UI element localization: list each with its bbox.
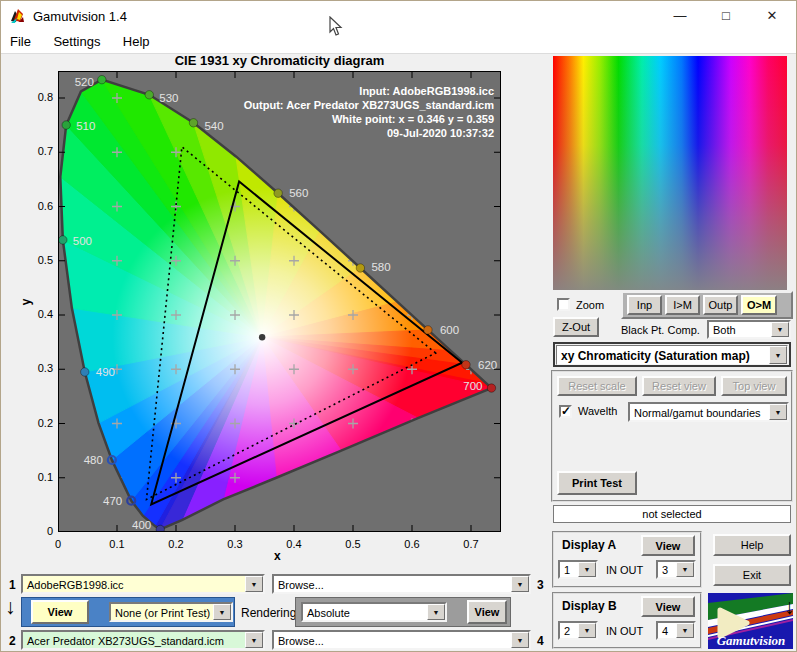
menu-settings[interactable]: Settings [44, 31, 109, 49]
print-test-button[interactable]: Print Test [557, 471, 637, 495]
boundaries-select[interactable]: Normal/gamut boundaries ▼ [628, 402, 789, 422]
wavelength-dot [81, 368, 89, 376]
display-map-select[interactable]: xy Chromaticity (Saturation map) ▼ [556, 345, 788, 365]
help-button[interactable]: Help [713, 534, 791, 556]
chart-annotation: White point: x = 0.346 y = 0.359 [332, 113, 494, 125]
logo-text: Gamutvision [717, 633, 786, 648]
x-axis-label: x [274, 549, 281, 563]
x-tick-label: 0.7 [453, 538, 489, 550]
y-tick-label: 0.4 [19, 308, 53, 320]
chevron-down-icon[interactable]: ▼ [676, 562, 694, 577]
boundaries-value: Normal/gamut boundaries [630, 404, 769, 420]
browse-input-value: Browse... [274, 576, 511, 592]
gamut-map-preview[interactable] [553, 56, 787, 290]
wavelength-dot [356, 264, 364, 272]
wavelength-dot [189, 119, 197, 127]
exit-button[interactable]: Exit [713, 564, 791, 586]
reset-scale-button[interactable]: Reset scale [557, 376, 637, 396]
wavelth-checkbox-label: Wavelth [578, 405, 617, 417]
x-tick-label: 0.6 [394, 538, 430, 550]
browse-output-select[interactable]: Browse... ▼ [272, 630, 531, 650]
app-icon [10, 8, 26, 24]
selection-status-field: not selected [553, 505, 791, 523]
wavelth-checkbox[interactable]: ✓ [559, 405, 572, 418]
print-test-select[interactable]: None (or Print Test) ▼ [109, 602, 233, 622]
wavelength-dot [62, 121, 70, 129]
y-tick-label: 0.8 [19, 91, 53, 103]
chromaticity-diagram[interactable]: 4004704804905005105205305405605806006207… [58, 71, 501, 532]
display-b-out-select[interactable]: 4 ▼ [656, 621, 696, 640]
app-window: Gamutvision 1.4 — □ ✕ File Settings Help… [0, 0, 797, 652]
print-test-value: None (or Print Test) [111, 604, 213, 620]
minimize-button[interactable]: — [667, 7, 693, 25]
display-a-out-value: 3 [658, 562, 676, 577]
y-tick-label: 0.5 [19, 254, 53, 266]
inp-button[interactable]: Inp [627, 295, 662, 315]
chevron-down-icon[interactable]: ▼ [769, 404, 787, 420]
display-b-title: Display B [562, 599, 617, 613]
chevron-down-icon[interactable]: ▼ [245, 576, 263, 592]
x-tick-label: 0.4 [276, 538, 312, 550]
wavelength-label: 560 [289, 187, 308, 199]
display-map-value: xy Chromaticity (Saturation map) [557, 346, 769, 364]
wavelength-label: 480 [84, 454, 103, 466]
outp-button[interactable]: Outp [703, 295, 738, 315]
zoom-checkbox[interactable] [557, 298, 570, 311]
chevron-down-icon[interactable]: ▼ [771, 322, 789, 337]
chevron-down-icon[interactable]: ▼ [213, 604, 231, 620]
display-a-in-select[interactable]: 1 ▼ [558, 560, 598, 579]
display-b-inout-label: IN OUT [606, 625, 643, 637]
chevron-down-icon[interactable]: ▼ [676, 623, 694, 638]
display-b-in-select[interactable]: 2 ▼ [558, 621, 598, 640]
input-to-monitor-button[interactable]: I>M [665, 295, 700, 315]
y-tick-label: 0.3 [19, 362, 53, 374]
slot3-number: 3 [537, 578, 544, 592]
display-a-title: Display A [562, 538, 616, 552]
top-view-button[interactable]: Top view [721, 376, 787, 396]
display-b-view-button[interactable]: View [641, 596, 695, 617]
wavelength-dot [424, 326, 432, 334]
output-to-monitor-button[interactable]: O>M [741, 295, 777, 315]
chevron-down-icon[interactable]: ▼ [245, 632, 263, 648]
chart-annotation: Input: AdobeRGB1998.icc [359, 85, 494, 97]
output-view-button[interactable]: View [467, 600, 507, 624]
chevron-down-icon[interactable]: ▼ [578, 562, 596, 577]
x-tick-label: 0 [40, 538, 76, 550]
menu-help[interactable]: Help [114, 31, 159, 49]
wavelength-label: 470 [103, 495, 122, 507]
wavelength-label: 510 [76, 120, 95, 132]
z-out-button[interactable]: Z-Out [553, 317, 599, 337]
input-profile-select[interactable]: AdobeRGB1998.icc ▼ [21, 574, 265, 594]
gamutvision-logo: Gamutvision [708, 593, 793, 649]
chevron-down-icon[interactable]: ▼ [769, 346, 787, 364]
output-profile-select[interactable]: Acer Predator XB273UGS_standard.icm ▼ [21, 630, 265, 650]
window-title: Gamutvision 1.4 [33, 9, 127, 24]
wavelength-label: 600 [440, 324, 459, 336]
chart-annotation: Output: Acer Predator XB273UGS_standard.… [244, 99, 494, 111]
wavelength-dot [59, 236, 67, 244]
flow-arrow-left-icon: ↓ [5, 596, 16, 618]
chevron-down-icon[interactable]: ▼ [578, 623, 596, 638]
y-tick-label: 0 [19, 525, 53, 537]
black-pt-comp-select[interactable]: Both ▼ [707, 320, 791, 339]
maximize-button[interactable]: □ [713, 7, 739, 25]
wavelength-label: 530 [159, 92, 178, 104]
wavelength-dot [98, 75, 106, 83]
wavelength-dot [274, 189, 282, 197]
wavelength-label: 540 [204, 120, 223, 132]
input-view-button[interactable]: View [31, 600, 89, 624]
display-a-inout-label: IN OUT [606, 564, 643, 576]
chevron-down-icon[interactable]: ▼ [511, 632, 529, 648]
slot2-number: 2 [9, 634, 16, 648]
chevron-down-icon[interactable]: ▼ [511, 576, 529, 592]
x-tick-label: 0.5 [335, 538, 371, 550]
display-a-out-select[interactable]: 3 ▼ [656, 560, 696, 579]
browse-input-select[interactable]: Browse... ▼ [272, 574, 531, 594]
chevron-down-icon[interactable]: ▼ [427, 604, 445, 620]
reset-view-button[interactable]: Reset view [642, 376, 716, 396]
close-button[interactable]: ✕ [759, 7, 785, 25]
rendering-intent-select[interactable]: Absolute ▼ [301, 602, 447, 622]
menu-file[interactable]: File [1, 31, 40, 49]
x-tick-label: 0.1 [99, 538, 135, 550]
display-a-view-button[interactable]: View [641, 535, 695, 556]
